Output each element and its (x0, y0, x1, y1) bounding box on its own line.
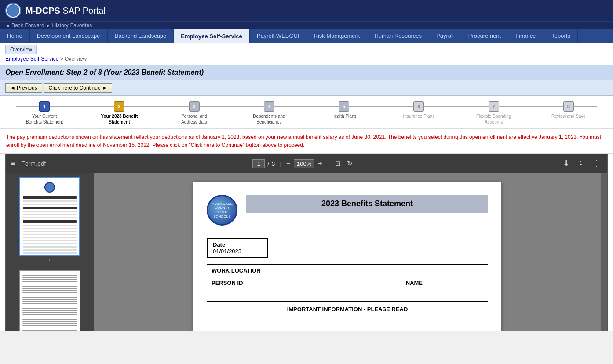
pdf-benefits-title: 2023 Benefits Statement (246, 195, 488, 213)
breadcrumb-bar: Overview Employee Self-Service > Overvie… (0, 43, 613, 65)
enrollment-header: Open Enrollment: Step 2 of 8 (Your 2023 … (0, 65, 613, 80)
pdf-logo: MIAMI-DADE COUNTYPUBLIC SCHOOLS (207, 195, 237, 226)
top-header: M-DCPS SAP Portal (0, 0, 613, 21)
back-link[interactable]: Back (11, 22, 23, 29)
tab-procurement[interactable]: Procurement (461, 29, 508, 43)
table-row-work-location: WORK LOCATION (207, 265, 488, 277)
button-bar: ◄ Previous Click here to Continue ► (0, 80, 613, 96)
step-4: 4 Dependents and Beneficiaries (232, 101, 306, 125)
pdf-filename: Form.pdf (21, 160, 46, 167)
step-8: 8 Review and Save (531, 101, 606, 125)
step-6-label: Insurance Plans (403, 113, 435, 119)
tab-human-resources[interactable]: Human Resources (367, 29, 429, 43)
tab-reports[interactable]: Reports (543, 29, 578, 43)
continue-button[interactable]: Click here to Continue ► (44, 83, 112, 93)
tab-payroll-webgui[interactable]: Payroll-WEBGUI (250, 29, 307, 43)
step-5: 5 Health Plans (306, 101, 381, 125)
step-2-circle: 2 (114, 101, 124, 112)
prev-arrow-icon: ◄ (10, 85, 15, 91)
step-2-label: Your 2023 Benefit Statement (99, 113, 139, 125)
breadcrumb: Employee Self-Service > Overview (5, 54, 608, 63)
pdf-viewer: ≡ Form.pdf / 3 | − 100% + | ⊡ ↻ ⬇ 🖨 ⋮ (5, 154, 608, 331)
pdf-download-button[interactable]: ⬇ (561, 158, 571, 169)
pdf-zoom-display: 100% (294, 159, 314, 168)
pdf-rotate-button[interactable]: ↻ (345, 159, 354, 168)
nav-bar: ◄ Back Forward ► History Favorites (0, 21, 613, 29)
step-1-circle: 1 (39, 101, 50, 112)
person-id-value (207, 289, 401, 302)
step-4-label: Dependents and Beneficiaries (249, 113, 289, 125)
step-2: 2 Your 2023 Benefit Statement (82, 101, 157, 125)
work-location-value (401, 265, 488, 277)
app-title: M-DCPS SAP Portal (26, 6, 106, 16)
menu-tabs: Home Development Landscape Backend Lands… (0, 29, 613, 43)
step-1: 1 Your Current Benefits Statement (7, 101, 82, 125)
back-arrow-icon: ◄ (5, 23, 10, 28)
tab-employee-self-service[interactable]: Employee Self-Service (174, 29, 249, 43)
continue-arrow-icon: ► (102, 85, 107, 91)
steps-bar: 1 Your Current Benefits Statement 2 Your… (0, 96, 613, 129)
pdf-zoom-out-button[interactable]: − (285, 160, 291, 167)
favorites-link[interactable]: Favorites (70, 22, 92, 29)
breadcrumb-ess-link[interactable]: Employee Self-Service (5, 56, 58, 62)
work-location-label: WORK LOCATION (207, 265, 401, 277)
step-1-label: Your Current Benefits Statement (25, 113, 64, 125)
warning-text: The pay premium deductions shown on this… (0, 129, 613, 154)
app-logo (5, 3, 21, 18)
step-5-label: Health Plans (332, 113, 357, 119)
name-value (401, 289, 488, 302)
pdf-body: 1 (6, 173, 607, 331)
step-3: 3 Personal and Address data (157, 101, 232, 125)
pdf-page-header: MIAMI-DADE COUNTYPUBLIC SCHOOLS 2023 Ben… (207, 195, 488, 233)
important-text: IMPORTANT INFORMATION - PLEASE READ (207, 306, 488, 313)
tab-development-landscape[interactable]: Development Landscape (30, 29, 108, 43)
forward-arrow-icon: ► (46, 23, 51, 28)
name-label: NAME (401, 277, 488, 289)
pdf-total-pages: 3 (272, 160, 275, 167)
pdf-scrollbar[interactable] (601, 173, 607, 331)
forward-link[interactable]: Forward (25, 22, 44, 29)
tab-finance[interactable]: Finance (508, 29, 543, 43)
step-8-label: Review and Save (551, 113, 586, 119)
step-8-circle: 8 (563, 101, 574, 112)
previous-button[interactable]: ◄ Previous (5, 83, 42, 93)
pdf-thumb-1-num: 1 (48, 258, 51, 263)
pdf-date-box: Date 01/01/2023 (207, 238, 268, 258)
history-link[interactable]: History (52, 22, 69, 29)
pdf-thumbnail-2[interactable]: 2 (19, 270, 80, 331)
step-7: 7 Flexible Spending Accounts (456, 101, 531, 125)
pdf-date-label: Date (213, 241, 262, 248)
pdf-info-table: WORK LOCATION PERSON ID NAME (207, 264, 488, 302)
step-7-circle: 7 (489, 101, 499, 112)
tab-home[interactable]: Home (0, 29, 30, 43)
step-6: 6 Insurance Plans (381, 101, 456, 125)
step-5-circle: 5 (339, 101, 349, 112)
steps-list: 1 Your Current Benefits Statement 2 Your… (7, 101, 606, 125)
pdf-page: MIAMI-DADE COUNTYPUBLIC SCHOOLS 2023 Ben… (193, 182, 501, 331)
pdf-menu-icon[interactable]: ≡ (11, 160, 15, 167)
pdf-fit-button[interactable]: ⊡ (333, 159, 343, 168)
pdf-page-control: / 3 | − 100% + | ⊡ ↻ (252, 159, 354, 168)
pdf-thumbnails[interactable]: 1 (6, 173, 94, 331)
pdf-thumb-img-1[interactable] (19, 177, 80, 256)
step-6-circle: 6 (413, 101, 424, 112)
pdf-more-button[interactable]: ⋮ (591, 158, 602, 169)
overview-tab[interactable]: Overview (5, 45, 37, 54)
pdf-date-value: 01/01/2023 (213, 248, 262, 255)
pdf-print-button[interactable]: 🖨 (576, 159, 586, 168)
pdf-toolbar: ≡ Form.pdf / 3 | − 100% + | ⊡ ↻ ⬇ 🖨 ⋮ (6, 154, 607, 173)
pdf-page-input[interactable] (252, 159, 265, 168)
pdf-zoom-in-button[interactable]: + (317, 160, 323, 167)
pdf-thumbnail-1[interactable]: 1 (19, 177, 80, 263)
tab-backend-landscape[interactable]: Backend Landscape (108, 29, 174, 43)
pdf-thumb-img-2[interactable] (19, 270, 80, 331)
person-id-label: PERSON ID (207, 277, 401, 289)
pdf-main-content[interactable]: MIAMI-DADE COUNTYPUBLIC SCHOOLS 2023 Ben… (94, 173, 601, 331)
tab-risk-management[interactable]: Risk Management (307, 29, 368, 43)
breadcrumb-overview: Overview (65, 56, 87, 62)
step-4-circle: 4 (264, 101, 274, 112)
tab-payroll[interactable]: Payroll (429, 29, 461, 43)
pdf-page-separator: / (267, 160, 269, 167)
step-3-label: Personal and Address data (175, 113, 214, 125)
enrollment-title: Open Enrollment: Step 2 of 8 (Your 2023 … (5, 69, 608, 76)
